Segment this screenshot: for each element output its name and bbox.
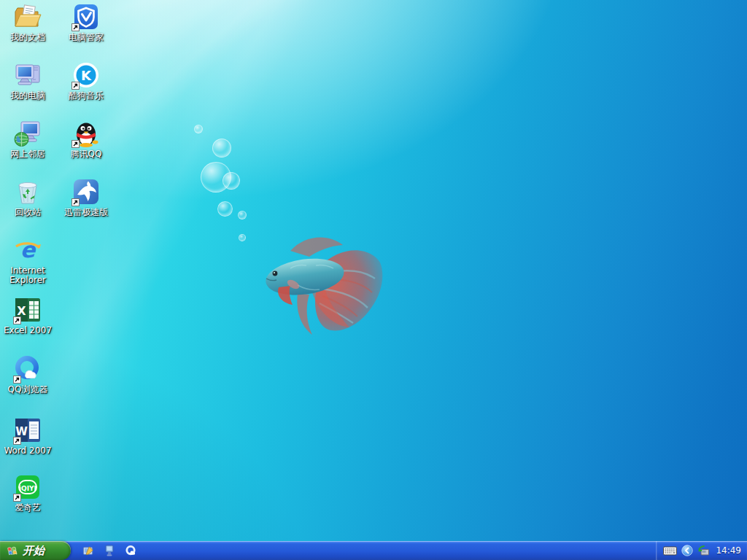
shortcut-arrow-icon — [13, 316, 21, 324]
icon-label: 我的文档 — [0, 33, 55, 42]
desktop-icon-thunder-speed[interactable]: 迅雷极速版 — [58, 177, 114, 217]
desktop-icon-internet-explorer[interactable]: e Internet Explorer — [0, 236, 55, 285]
svg-text:W: W — [15, 425, 28, 438]
taskbar: 开始 — [0, 541, 747, 560]
icon-label: 回收站 — [0, 208, 55, 217]
bubble — [239, 234, 246, 241]
media-monitor-icon[interactable] — [102, 543, 117, 558]
tencent-qq-icon — [71, 119, 101, 148]
bubble — [217, 201, 233, 217]
recycle-bin-icon — [13, 177, 42, 206]
icon-label: 迅雷极速版 — [58, 208, 114, 217]
bubble — [212, 139, 231, 158]
svg-text:e: e — [20, 237, 36, 262]
pc-manager-icon — [71, 2, 101, 31]
show-desktop-icon[interactable] — [81, 543, 96, 558]
desktop-icon-tencent-qq[interactable]: 腾讯QQ — [58, 119, 114, 159]
icon-label: Word 2007 — [0, 446, 55, 456]
desktop-icon-my-documents[interactable]: 我的文档 — [0, 2, 55, 42]
network-places-icon — [13, 119, 42, 148]
thunder-speed-icon — [71, 177, 101, 206]
word-2007-icon: W — [13, 416, 42, 445]
bubble — [238, 211, 247, 219]
bubble — [194, 125, 203, 133]
icon-label: 酷狗音乐 — [58, 91, 114, 101]
internet-explorer-icon: e — [13, 236, 42, 265]
my-documents-icon — [13, 2, 42, 31]
windows-logo-icon — [6, 544, 19, 557]
desktop-screen: 我的文档 电脑管家 — [0, 0, 747, 560]
excel-2007-icon: X — [13, 295, 42, 324]
input-method-keyboard-icon[interactable] — [663, 546, 677, 556]
shortcut-arrow-icon — [71, 23, 80, 31]
shortcut-arrow-icon — [71, 198, 80, 206]
start-button[interactable]: 开始 — [0, 541, 71, 560]
svg-text:K: K — [81, 68, 92, 83]
safely-remove-hardware-icon[interactable] — [697, 545, 710, 556]
betta-fish-image — [247, 223, 389, 341]
iqiyi-icon: iQIYI — [13, 472, 42, 502]
shortcut-arrow-icon — [71, 140, 80, 148]
desktop-icon-pc-manager[interactable]: 电脑管家 — [58, 2, 114, 42]
shortcut-arrow-icon — [13, 494, 21, 502]
icon-label: 腾讯QQ — [58, 149, 114, 159]
desktop-icon-recycle-bin[interactable]: 回收站 — [0, 177, 55, 217]
desktop-icon-network-places[interactable]: 网上邻居 — [0, 119, 55, 159]
desktop-icon-excel-2007[interactable]: X Excel 2007 — [0, 295, 55, 335]
my-computer-icon — [13, 61, 42, 90]
icon-label: QQ浏览器 — [0, 385, 55, 394]
quick-launch-bar — [81, 543, 138, 558]
start-button-label: 开始 — [23, 544, 44, 558]
shortcut-arrow-icon — [13, 437, 21, 445]
icon-label: 爱奇艺 — [0, 503, 55, 513]
qq-browser-quick-icon[interactable] — [123, 543, 138, 558]
shortcut-arrow-icon — [13, 376, 21, 384]
svg-text:iQIYI: iQIYI — [19, 485, 36, 492]
icon-label: Excel 2007 — [0, 326, 55, 335]
desktop-icon-iqiyi[interactable]: iQIYI 爱奇艺 — [0, 472, 55, 513]
shortcut-arrow-icon — [71, 82, 80, 90]
svg-text:X: X — [17, 304, 26, 318]
icon-label: 我的电脑 — [0, 91, 55, 101]
system-tray: 14:49 — [656, 541, 747, 560]
kugou-music-icon: K — [71, 61, 101, 90]
qq-browser-icon — [13, 354, 42, 384]
icon-label: 电脑管家 — [58, 33, 114, 42]
desktop-icon-qq-browser[interactable]: QQ浏览器 — [0, 354, 55, 394]
show-hidden-icons-chevron[interactable] — [681, 545, 693, 556]
desktop-icon-my-computer[interactable]: 我的电脑 — [0, 61, 55, 101]
desktop-icon-kugou-music[interactable]: K 酷狗音乐 — [58, 61, 114, 101]
desktop-icon-word-2007[interactable]: W Word 2007 — [0, 416, 55, 456]
icon-label: 网上邻居 — [0, 149, 55, 159]
bubble — [222, 172, 240, 190]
icon-label: Internet Explorer — [0, 266, 55, 285]
taskbar-clock: 14:49 — [716, 545, 741, 556]
